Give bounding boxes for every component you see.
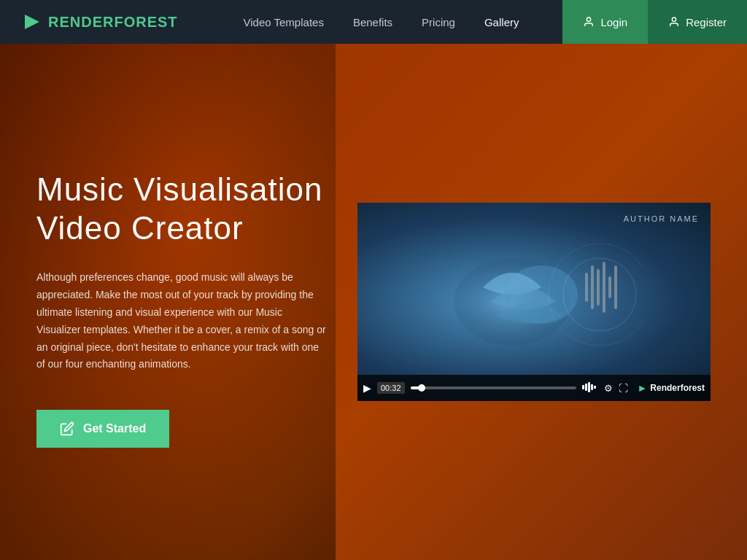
svg-rect-16 [591, 384, 593, 390]
rf-triangle-icon: ► [637, 382, 647, 394]
progress-thumb [418, 384, 425, 392]
viz-graphic [425, 229, 643, 375]
fullscreen-icon[interactable]: ⛶ [619, 383, 628, 394]
navbar: RENDERFOREST Video Templates Benefits Pr… [0, 0, 747, 44]
rf-brand-label: Renderforest [650, 383, 705, 393]
svg-rect-13 [582, 385, 584, 389]
nav-gallery[interactable]: Gallery [484, 16, 519, 28]
login-label: Login [600, 16, 627, 28]
play-button[interactable]: ▶ [363, 382, 371, 394]
volume-icon [582, 382, 598, 394]
register-button[interactable]: Register [648, 0, 747, 44]
hero-description: Although preferences change, good music … [36, 269, 328, 373]
settings-icon[interactable]: ⚙ [604, 383, 613, 394]
svg-marker-0 [25, 15, 39, 29]
svg-rect-8 [603, 262, 605, 313]
login-button[interactable]: Login [562, 0, 648, 44]
logo-icon [22, 12, 42, 32]
logo-text: RENDERFOREST [48, 14, 178, 31]
svg-point-1 [587, 18, 591, 21]
video-container: AUTHOR NAME ▶ 00:32 [357, 203, 711, 401]
svg-rect-9 [608, 276, 611, 298]
cta-label: Get Started [83, 422, 146, 435]
hero-content: Music VisualisationVideo Creator Althoug… [0, 0, 747, 560]
svg-point-2 [672, 18, 676, 21]
volume-bars-icon [582, 382, 598, 392]
hero-title: Music VisualisationVideo Creator [36, 171, 328, 248]
video-player[interactable]: AUTHOR NAME ▶ 00:32 [357, 203, 711, 401]
nav-video-templates[interactable]: Video Templates [244, 16, 324, 28]
video-inner: AUTHOR NAME [357, 203, 711, 401]
svg-rect-6 [591, 265, 594, 309]
register-icon [668, 16, 680, 28]
svg-rect-17 [594, 386, 596, 389]
register-label: Register [686, 16, 727, 28]
nav-benefits[interactable]: Benefits [353, 16, 392, 28]
svg-rect-10 [614, 265, 617, 309]
svg-rect-7 [597, 269, 600, 306]
video-timestamp: 00:32 [377, 382, 405, 394]
nav-links: Video Templates Benefits Pricing Gallery [200, 16, 563, 28]
video-decoration [357, 203, 711, 401]
login-icon [583, 16, 595, 28]
hero-section: RENDERFOREST Video Templates Benefits Pr… [0, 0, 747, 560]
get-started-button[interactable]: Get Started [36, 410, 169, 448]
progress-bar[interactable] [411, 386, 577, 389]
nav-auth: Login Register [562, 0, 747, 44]
video-controls-bar[interactable]: ▶ 00:32 [357, 375, 711, 401]
logo-link[interactable]: RENDERFOREST [0, 12, 200, 32]
renderforest-brand: ► Renderforest [637, 382, 705, 394]
nav-pricing[interactable]: Pricing [422, 16, 455, 28]
video-author-label: AUTHOR NAME [624, 214, 699, 223]
svg-rect-15 [588, 382, 590, 392]
svg-rect-14 [585, 384, 587, 391]
svg-rect-5 [585, 273, 588, 302]
edit-icon [60, 421, 74, 436]
hero-text-block: Music VisualisationVideo Creator Althoug… [36, 171, 328, 448]
